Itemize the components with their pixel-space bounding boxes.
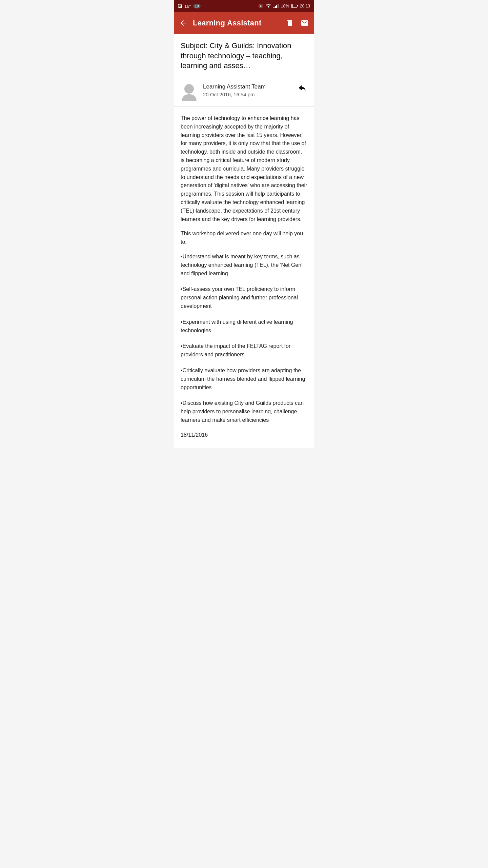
temperature: 16° <box>184 4 191 9</box>
status-right: 🔇 18% 20:13 <box>258 3 310 9</box>
app-bar: Learning Assistant <box>174 12 314 34</box>
mute-icon: 🔇 <box>258 4 263 8</box>
bullet-item-4: •Critically evaluate how providers are a… <box>181 367 307 392</box>
bullet-item-1: •Self-assess your own TEL proficiency to… <box>181 285 307 310</box>
svg-rect-5 <box>291 4 292 7</box>
bullet-item-5: •Discuss how existing City and Guilds pr… <box>181 399 307 424</box>
battery-icon <box>291 4 298 9</box>
time: 20:13 <box>300 4 310 8</box>
back-button[interactable] <box>179 19 187 27</box>
date-footer: 18/11/2016 <box>181 432 307 438</box>
sender-date: 20 Oct 2016, 16:54 pm <box>203 92 307 97</box>
body-intro: The power of technology to enhance learn… <box>181 114 307 223</box>
workshop-intro: This workshop delivered over one day wil… <box>181 230 307 246</box>
svg-rect-3 <box>278 4 279 8</box>
svg-rect-6 <box>297 5 298 6</box>
sender-avatar <box>181 83 198 101</box>
delete-button[interactable] <box>286 19 294 27</box>
avatar-head <box>184 84 194 94</box>
app-bar-title: Learning Assistant <box>193 19 286 27</box>
email-body: The power of technology to enhance learn… <box>174 107 314 448</box>
wifi-icon <box>265 3 271 9</box>
status-left: 🖼 16° 18 <box>178 4 201 9</box>
sender-info: Learning Assistant Team 20 Oct 2016, 16:… <box>203 83 307 97</box>
subject-text: Subject: City & Guilds: Innovation throu… <box>181 41 307 71</box>
notification-count: 18 <box>193 4 201 8</box>
photo-icon: 🖼 <box>178 4 182 9</box>
svg-rect-2 <box>276 5 277 8</box>
svg-rect-0 <box>273 7 274 8</box>
status-bar: 🖼 16° 18 🔇 18% <box>174 0 314 12</box>
sender-name: Learning Assistant Team <box>203 83 307 90</box>
reply-button[interactable] <box>299 84 307 94</box>
svg-rect-1 <box>275 6 276 8</box>
app-bar-actions <box>286 19 309 27</box>
sender-section: Learning Assistant Team 20 Oct 2016, 16:… <box>174 77 314 107</box>
email-content: Subject: City & Guilds: Innovation throu… <box>174 34 314 448</box>
avatar-body <box>182 94 197 101</box>
bullet-item-3: •Evaluate the impact of the FELTAG repor… <box>181 342 307 359</box>
compose-button[interactable] <box>301 19 309 27</box>
signal-icon <box>273 3 279 9</box>
battery-percent: 18% <box>281 4 289 8</box>
bullet-item-2: •Experiment with using different active … <box>181 318 307 335</box>
bullet-item-0: •Understand what is meant by key terms, … <box>181 253 307 278</box>
email-subject: Subject: City & Guilds: Innovation throu… <box>174 34 314 77</box>
